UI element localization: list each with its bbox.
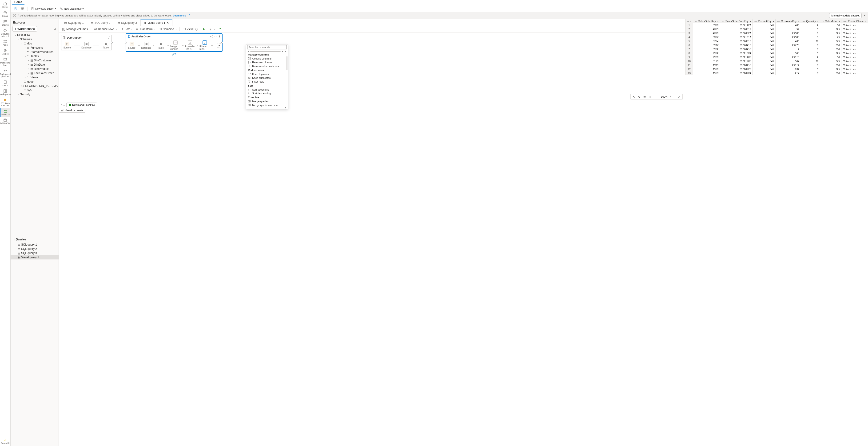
new-sql-query-button[interactable]: New SQL query▾ xyxy=(30,6,57,11)
tree-security[interactable]: ›Security xyxy=(10,92,59,96)
tree-dbo[interactable]: ⌄⬡dbo xyxy=(10,41,59,45)
settings-icon[interactable] xyxy=(12,6,19,11)
rail-browse[interactable]: Browse xyxy=(0,19,10,28)
fit-icon[interactable]: ⊕ xyxy=(637,95,642,99)
column-header[interactable]: 1²3 CustomerKey ▾ xyxy=(776,19,801,23)
popup-filter-rows[interactable]: Filter rows xyxy=(246,80,288,84)
fullscreen-icon[interactable]: ▭ xyxy=(643,95,647,99)
database-step-icon[interactable]: ▦ xyxy=(85,42,89,46)
column-header[interactable]: ABC ProductName ▾ xyxy=(841,19,868,23)
rail-monitoring[interactable]: Monitoring hub xyxy=(0,57,10,68)
search-commands-input[interactable] xyxy=(247,45,287,50)
tree-views[interactable]: ›🗀Views xyxy=(10,75,59,79)
merge-step-icon[interactable]: ⧉ xyxy=(174,40,178,45)
table-row[interactable]: 3469020220821843295809225Cable Lock xyxy=(685,31,868,35)
sort-button[interactable]: Sort▾ xyxy=(119,27,134,32)
rail-dp000dw-1[interactable]: DP000DW xyxy=(0,108,10,117)
qtab-sql-2[interactable]: ▤SQL query 2 xyxy=(87,20,114,26)
collapse-down-icon[interactable]: ⌄ xyxy=(63,104,65,106)
table-row[interactable]: 1031992021120784356411275Cable Lock xyxy=(685,59,868,63)
tree-infoschema[interactable]: ›⬡INFORMATION_SCHEMA xyxy=(10,84,59,88)
column-header[interactable]: 1²3 SalesOrderDateKey ▾ xyxy=(720,19,753,23)
tree-storedprocedures[interactable]: ›🗀StoredProcedures xyxy=(10,50,59,54)
query-item-3[interactable]: ▤SQL query 3 xyxy=(10,251,59,255)
tree-sys[interactable]: ›⬡sys xyxy=(10,88,59,92)
query-item-2[interactable]: ▤SQL query 2 xyxy=(10,247,59,251)
node-dimproduct[interactable]: DimProduct ⋮ ◫Source ▦Database ▦Table xyxy=(61,35,112,50)
manually-update-button[interactable]: Manually update dataset xyxy=(829,13,862,18)
table-row[interactable]: 6391720220416843297788200Cable Lock xyxy=(685,43,868,47)
table-row[interactable]: 1530620221121843480250Cable Lock xyxy=(685,23,868,27)
popup-merge-queries-new[interactable]: Merge queries as new xyxy=(246,103,288,106)
query-item-1[interactable]: ▤SQL query 1 xyxy=(10,243,59,247)
table-row[interactable]: 121536202102228431315125Cable Lock xyxy=(685,67,868,71)
rail-metrics[interactable]: Metrics xyxy=(0,48,10,57)
rail-workspaces[interactable]: Workspaces xyxy=(0,88,10,97)
diagram-canvas[interactable]: DimProduct ⋮ ◫Source ▦Database ▦Table xyxy=(59,32,685,102)
rail-learn[interactable]: Learn xyxy=(0,79,10,88)
table-row[interactable]: 11131920210118843299118200Cable Lock xyxy=(685,63,868,67)
popup-keep-top-rows[interactable]: Keep top rows xyxy=(246,72,288,76)
collapse-icon[interactable] xyxy=(214,35,217,38)
tree-schemas[interactable]: ⌄Schemas xyxy=(10,37,59,41)
collapse-up-icon[interactable]: ⌃ xyxy=(61,104,63,106)
column-header[interactable]: 1²3 SalesOrderKey ▾ xyxy=(693,19,720,23)
qtab-visual-1[interactable]: ◉Visual query 1✕ xyxy=(141,20,173,26)
manage-columns-button[interactable]: Manage columns▾ xyxy=(61,27,92,32)
table-row[interactable]: 739222022041884318200Cable Lock xyxy=(685,47,868,51)
rail-deployment[interactable]: Deployment pipelines xyxy=(0,68,10,79)
new-visual-query-button[interactable]: New visual query xyxy=(58,6,85,11)
node-menu-icon[interactable]: ⋮ xyxy=(218,35,221,38)
column-header[interactable]: 1²3 Quantity ▾ xyxy=(801,19,820,23)
minimap-icon[interactable]: ◫ xyxy=(648,95,652,99)
column-header[interactable]: 1.2 SalesTotal ▾ xyxy=(820,19,841,23)
qtab-sql-1[interactable]: ▤SQL query 1 xyxy=(61,20,87,26)
download-excel-button[interactable]: Download Excel file xyxy=(66,102,97,107)
popup-sort-ascending[interactable]: Sort ascending xyxy=(246,88,288,92)
scroll-down-icon[interactable]: ▼ xyxy=(285,106,287,109)
zoom-out-button[interactable]: − xyxy=(656,95,660,99)
visualize-results-button[interactable]: Visualize results xyxy=(59,108,85,113)
play-icon[interactable] xyxy=(201,27,207,32)
tree-warehouse[interactable]: ⌄DP000DW xyxy=(10,33,59,37)
add-step-icon[interactable]: + xyxy=(217,43,221,47)
database-step-icon[interactable]: ▦ xyxy=(144,42,149,46)
refresh-icon[interactable] xyxy=(217,27,223,32)
table-step-icon[interactable]: ▦ xyxy=(104,42,108,46)
scroll-left-icon[interactable]: ◄ xyxy=(247,50,249,53)
scroll-right-icon[interactable]: ► xyxy=(282,50,284,53)
node-menu-icon[interactable]: ⋮ xyxy=(107,36,110,39)
banner-learn-more-link[interactable]: Learn more xyxy=(173,14,186,17)
popup-merge-queries[interactable]: Merge queries xyxy=(246,99,288,103)
tree-table-dimproduct[interactable]: ›▦DimProduct xyxy=(10,67,59,71)
top-tab-home[interactable]: Home xyxy=(12,0,25,5)
tree-guest[interactable]: ›⬡guest xyxy=(10,79,59,84)
reduce-rows-button[interactable]: Reduce rows▾ xyxy=(92,27,118,32)
row-index-header[interactable]: ▦▾ xyxy=(685,19,693,23)
queries-header[interactable]: ⌄Queries xyxy=(10,236,59,243)
popup-remove-other-columns[interactable]: Remove other columns xyxy=(246,64,288,68)
tree-table-dimdate[interactable]: ›▦DimDate xyxy=(10,63,59,67)
add-warehouses-button[interactable]: +Warehouses xyxy=(12,26,37,32)
results-grid[interactable]: ▦▾1²3 SalesOrderKey ▾1²3 SalesOrderDateK… xyxy=(685,19,868,446)
combine-button[interactable]: Combine▾ xyxy=(157,27,178,32)
rail-create[interactable]: Create xyxy=(0,10,10,19)
tree-table-factsalesorder[interactable]: ›▦FactSalesOrder xyxy=(10,71,59,75)
input-port[interactable] xyxy=(125,42,127,43)
popup-sort-descending[interactable]: Sort descending xyxy=(246,92,288,95)
reset-icon[interactable]: ⟲ xyxy=(632,95,636,99)
column-header[interactable]: 1²3 ProductKey ▾ xyxy=(752,19,776,23)
table-row[interactable]: 2468520220819843525125Cable Lock xyxy=(685,27,868,31)
output-port[interactable] xyxy=(221,42,223,43)
rail-powerbi-logo[interactable]: Power BI xyxy=(0,437,10,446)
rail-apps[interactable]: Apps xyxy=(0,39,10,48)
popup-choose-columns[interactable]: Choose columns xyxy=(246,57,288,60)
zoom-in-button[interactable]: + xyxy=(669,95,673,99)
view-sql-button[interactable]: View SQL xyxy=(181,27,200,32)
rail-gtl[interactable]: GTL Data & AI Dev xyxy=(0,97,10,108)
filter-step-icon[interactable]: ▽ xyxy=(203,40,207,45)
rail-dp000dw-2[interactable]: DP000DW xyxy=(0,117,10,126)
scroll-up-icon[interactable]: ▲ xyxy=(285,50,287,53)
settings-dropdown-icon[interactable]: ▾ xyxy=(208,27,216,32)
table-row[interactable]: 450072022101184329583375Cable Lock xyxy=(685,35,868,39)
